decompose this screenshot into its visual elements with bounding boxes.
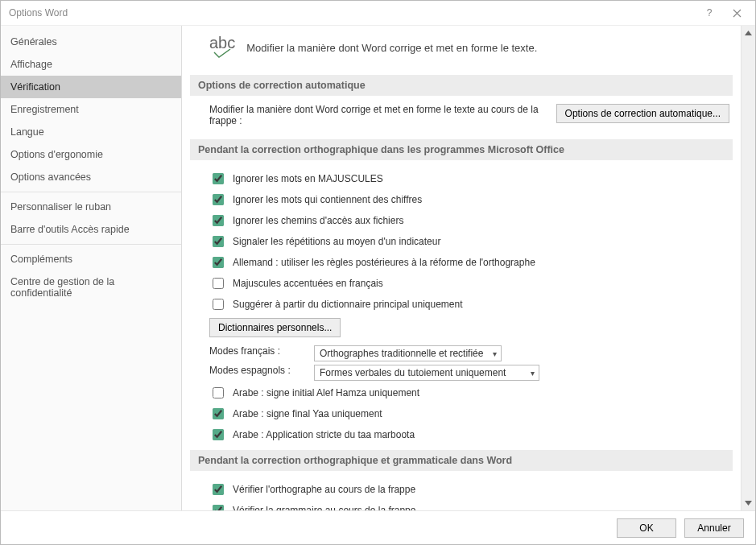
sidebar-item-language[interactable]: Langue [1, 121, 181, 143]
content-panel: abc Modifier la manière dont Word corrig… [182, 26, 741, 510]
check-label[interactable]: Ignorer les mots qui contiennent des chi… [233, 194, 422, 205]
sidebar-item-trust[interactable]: Centre de gestion de la confidentialité [1, 270, 181, 304]
french-modes-select[interactable]: Orthographes traditionnelle et rectifiée… [314, 345, 502, 361]
check-german-reform-box[interactable] [213, 257, 224, 268]
dialog-footer: OK Annuler [1, 510, 755, 544]
check-label[interactable]: Vérifier l'orthographe au cours de la fr… [233, 484, 415, 495]
check-ignore-numbers: Ignorer les mots qui contiennent des chi… [190, 189, 733, 210]
options-dialog: Options Word ? Générales Affichage Vérif… [0, 0, 756, 545]
sidebar-item-qat[interactable]: Barre d'outils Accès rapide [1, 218, 181, 241]
vertical-scrollbar[interactable] [741, 26, 755, 510]
select-value: Orthographes traditionnelle et rectifiée [320, 348, 483, 359]
check-german-reform: Allemand : utiliser les règles postérieu… [190, 252, 733, 273]
close-button[interactable] [723, 2, 750, 24]
custom-dictionaries-button[interactable]: Dictionnaires personnels... [209, 318, 341, 337]
ok-button[interactable]: OK [617, 518, 676, 538]
scroll-track[interactable] [742, 40, 755, 496]
check-arabic-alef-box[interactable] [213, 387, 224, 398]
sidebar-item-save[interactable]: Enregistrement [1, 98, 181, 121]
check-ignore-uppercase: Ignorer les mots en MAJUSCULES [190, 168, 733, 189]
spanish-modes-row: Modes espagnols : Formes verbales du tut… [190, 363, 733, 382]
sidebar-separator [1, 192, 181, 192]
proofing-icon: abc [209, 37, 235, 59]
check-main-dict-only-box[interactable] [213, 299, 224, 310]
check-grammar-as-type-box[interactable] [213, 505, 224, 510]
section-spelling-word-head: Pendant la correction orthographique et … [190, 450, 733, 471]
check-french-accented-caps: Majuscules accentuées en français [190, 273, 733, 294]
section-autocorrect-head: Options de correction automatique [190, 75, 733, 96]
select-value: Formes verbales du tutoiement uniquement [320, 367, 506, 378]
check-label[interactable]: Signaler les répétitions au moyen d'un i… [233, 236, 440, 247]
check-spell-as-type: Vérifier l'orthographe au cours de la fr… [190, 479, 733, 500]
cancel-button[interactable]: Annuler [684, 518, 744, 538]
check-arabic-alef: Arabe : signe initial Alef Hamza uniquem… [190, 382, 733, 403]
intro-row: abc Modifier la manière dont Word corrig… [190, 34, 733, 70]
check-arabic-yaa-box[interactable] [213, 408, 224, 419]
check-label[interactable]: Majuscules accentuées en français [233, 278, 383, 289]
spanish-modes-select[interactable]: Formes verbales du tutoiement uniquement… [314, 365, 539, 381]
autocorrect-text: Modifier la manière dont Word corrige et… [209, 104, 540, 126]
check-label[interactable]: Arabe : signe initial Alef Hamza uniquem… [233, 387, 419, 398]
autocorrect-options-button[interactable]: Options de correction automatique... [556, 104, 729, 123]
window-title: Options Word [6, 7, 696, 19]
check-label[interactable]: Ignorer les chemins d'accès aux fichiers [233, 215, 403, 226]
sidebar-item-general[interactable]: Générales [1, 31, 181, 53]
chevron-up-icon [745, 31, 752, 35]
french-modes-label: Modes français : [209, 345, 306, 357]
scroll-up-button[interactable] [742, 26, 755, 40]
chevron-down-icon [745, 501, 752, 506]
check-arabic-taa: Arabe : Application stricte du taa marbo… [190, 424, 733, 445]
check-label[interactable]: Arabe : Application stricte du taa marbo… [233, 429, 415, 440]
sidebar-item-proofing[interactable]: Vérification [1, 76, 181, 98]
chevron-down-icon: ▾ [531, 369, 535, 378]
content-wrap: abc Modifier la manière dont Word corrig… [182, 26, 755, 510]
sidebar-item-advanced[interactable]: Options avancées [1, 166, 181, 188]
scroll-down-button[interactable] [742, 496, 755, 510]
check-flag-repeated-box[interactable] [213, 236, 224, 247]
check-flag-repeated: Signaler les répétitions au moyen d'un i… [190, 231, 733, 252]
titlebar: Options Word ? [1, 1, 755, 25]
check-ignore-uppercase-box[interactable] [213, 173, 224, 184]
check-label[interactable]: Ignorer les mots en MAJUSCULES [233, 173, 383, 184]
sidebar-item-addins[interactable]: Compléments [1, 248, 181, 270]
check-main-dict-only: Suggérer à partir du dictionnaire princi… [190, 294, 733, 315]
french-modes-row: Modes français : Orthographes traditionn… [190, 344, 733, 363]
section-spelling-office-head: Pendant la correction orthographique dan… [190, 139, 733, 160]
autocorrect-row: Modifier la manière dont Word corrige et… [190, 104, 733, 134]
abc-text-icon: abc [209, 34, 235, 52]
check-arabic-yaa: Arabe : signe final Yaa uniquement [190, 403, 733, 424]
check-spell-as-type-box[interactable] [213, 484, 224, 495]
check-ignore-paths-box[interactable] [213, 215, 224, 226]
help-button[interactable]: ? [696, 2, 723, 24]
close-icon [733, 9, 742, 18]
intro-text: Modifier la manière dont Word corrige et… [246, 42, 537, 54]
check-label[interactable]: Vérifier la grammaire au cours de la fra… [233, 505, 415, 510]
check-arabic-taa-box[interactable] [213, 429, 224, 440]
spanish-modes-label: Modes espagnols : [209, 365, 306, 376]
sidebar-separator [1, 244, 181, 245]
sidebar: Générales Affichage Vérification Enregis… [1, 26, 182, 510]
check-ignore-numbers-box[interactable] [213, 194, 224, 205]
check-label[interactable]: Suggérer à partir du dictionnaire princi… [233, 299, 463, 310]
check-label[interactable]: Allemand : utiliser les règles postérieu… [233, 257, 535, 268]
sidebar-item-ribbon[interactable]: Personnaliser le ruban [1, 196, 181, 218]
check-french-accented-caps-box[interactable] [213, 278, 224, 289]
sidebar-item-display[interactable]: Affichage [1, 53, 181, 76]
sidebar-item-ease[interactable]: Options d'ergonomie [1, 143, 181, 166]
check-ignore-paths: Ignorer les chemins d'accès aux fichiers [190, 210, 733, 231]
check-label[interactable]: Arabe : signe final Yaa uniquement [233, 408, 382, 419]
dialog-body: Générales Affichage Vérification Enregis… [1, 25, 755, 510]
chevron-down-icon: ▾ [493, 349, 497, 358]
check-grammar-as-type: Vérifier la grammaire au cours de la fra… [190, 500, 733, 510]
